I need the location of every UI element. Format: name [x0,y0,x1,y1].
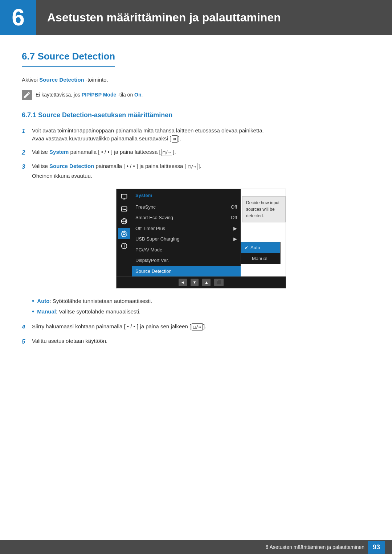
step-1-text: Voit avata toimintonäppäinoppaan painama… [32,127,370,143]
step-1-number: 1 [22,127,32,136]
subsection-title: 6.7.1 Source Detection-asetuksen määritt… [22,110,370,120]
globe-icon [121,218,128,225]
nav-icon-3: □/⇒ [187,163,198,170]
nav-btn-enter[interactable]: ⬛ [214,279,224,286]
nav-btn-up[interactable]: ▲ [202,279,211,286]
submenu-popup: ✔ Auto Manual [241,242,281,264]
svg-point-7 [123,233,125,235]
page-header: 6 Asetusten määrittäminen ja palauttamin… [0,0,392,35]
menu-header: System [132,189,241,202]
step-4-number: 4 [22,323,32,332]
desc-before: Aktivoi [22,77,39,83]
note-highlight: PIP/PBP Mode [82,92,116,98]
step-2-number: 2 [22,148,32,157]
steps-list: 1 Voit avata toimintonäppäinoppaan paina… [22,127,370,180]
steps-list-cont: 4 Siirry haluamaasi kohtaan painamalla [… [22,323,370,346]
bullet-manual: • Manual: Valitse syöttölähde manuaalise… [32,308,370,316]
step-3-number: 3 [22,162,32,172]
step-5: 5 Valittu asetus otetaan käyttöön. [22,337,370,346]
bullet-auto-text: Auto: Syöttölähde tunnistetaan automaatt… [37,297,152,305]
chapter-title: Asetusten määrittäminen ja palauttaminen [47,9,281,26]
menu-nav: ◄ ▼ ▲ ⬛ [117,276,286,288]
menu-item-freesync: FreeSync Off [132,202,241,213]
desc-after: -toiminto. [84,77,108,83]
chapter-title-block: Asetusten määrittäminen ja palauttaminen [36,0,392,35]
note-text: Ei käytettävissä, jos PIP/PBP Mode -tila… [36,90,143,99]
menu-item-timer: Off Timer Plus ▶ [132,223,241,234]
menu-item-pcav: PC/AV Mode [132,245,241,255]
menu-tooltip: Decide how input sources will be detecte… [242,196,286,222]
bullet-auto-term: Auto [37,298,49,304]
step-2-text: Valitse System painamalla [ • / • ] ja p… [32,148,370,156]
desc-highlight: Source Detection [39,77,84,83]
step-2: 2 Valitse System painamalla [ • / • ] ja… [22,148,370,157]
menu-header-text: System [135,193,152,198]
image-icon [121,205,128,213]
sidebar-icon-1 [118,191,130,202]
screenshot-container: System FreeSync Off Smart Eco Saving Off… [32,189,370,288]
note-icon [22,90,32,100]
submenu-auto: ✔ Auto [241,242,280,253]
bullet-manual-text: Manual: Valitse syöttölähde manuaalisest… [37,308,140,316]
bullet-manual-term: Manual [37,308,56,315]
step-3-highlight: Source Detection [49,163,94,169]
section-description: Aktivoi Source Detection -toiminto. [22,76,370,84]
sidebar-icon-2 [118,204,130,214]
bullet-auto: • Auto: Syöttölähde tunnistetaan automaa… [32,297,370,305]
page-content: 6.7 Source Detection Aktivoi Source Dete… [0,35,392,382]
gear-icon [121,230,128,237]
menu-icon-inline: ⊞ [172,135,177,143]
step-4: 4 Siirry haluamaasi kohtaan painamalla [… [22,323,370,332]
step-5-number: 5 [22,337,32,346]
menu-item-usb: USB Super Charging ▶ [132,234,241,245]
monitor-screenshot: System FreeSync Off Smart Eco Saving Off… [116,189,286,288]
submenu-manual: Manual [241,253,280,264]
page-footer: 6 Asetusten määrittäminen ja palauttamin… [0,540,392,554]
step-3: 3 Valitse Source Detection painamalla [ … [22,162,370,180]
info-icon [121,242,128,250]
footer-page-number: 93 [368,541,385,554]
menu-sidebar [117,189,132,276]
svg-rect-3 [122,207,127,211]
sidebar-icon-settings [118,228,130,239]
step-4-text: Siirry haluamaasi kohtaan painamalla [ •… [32,323,370,331]
bullet-list: • Auto: Syöttölähde tunnistetaan automaa… [32,297,370,316]
svg-point-10 [124,244,124,245]
display-icon [121,193,128,200]
step-2-highlight: System [49,149,69,155]
menu-screenshot: System FreeSync Off Smart Eco Saving Off… [116,189,286,288]
chapter-number: 6 [0,0,36,35]
sidebar-icon-3 [118,216,130,227]
footer-text: 6 Asetusten määrittäminen ja palauttamin… [266,543,364,551]
step-5-text: Valittu asetus otetaan käyttöön. [32,337,370,345]
note-mid: -tila on [116,92,134,98]
step-3-text: Valitse Source Detection painamalla [ • … [32,162,370,180]
note-period: . [142,92,143,98]
menu-content: System FreeSync Off Smart Eco Saving Off… [132,189,241,276]
nav-icon-2: □/⇒ [162,149,172,156]
menu-item-source-detection: Source Detection [132,266,241,277]
sidebar-icon-info [118,241,130,251]
note-on: On [134,92,141,98]
pencil-icon [23,91,31,99]
note-before: Ei käytettävissä, jos [36,92,82,98]
svg-rect-0 [122,194,127,198]
screenshot-inner: System FreeSync Off Smart Eco Saving Off… [117,189,286,276]
menu-item-dp: DisplayPort Ver. ✔ Auto Manual [132,255,241,266]
nav-btn-left[interactable]: ◄ [179,279,187,286]
nav-icon-4: □/⇒ [192,323,203,331]
note-box: Ei käytettävissä, jos PIP/PBP Mode -tila… [22,90,370,100]
section-title: 6.7 Source Detection [22,49,115,67]
nav-btn-down[interactable]: ▼ [191,279,199,286]
menu-item-eco: Smart Eco Saving Off [132,212,241,223]
step-1: 1 Voit avata toimintonäppäinoppaan paina… [22,127,370,143]
